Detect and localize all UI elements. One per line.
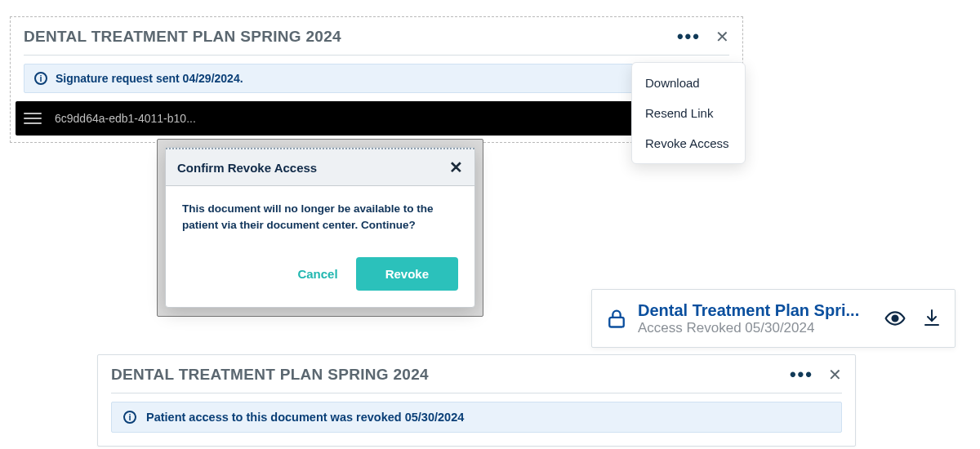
cancel-button[interactable]: Cancel xyxy=(297,267,337,281)
divider xyxy=(111,393,842,393)
close-icon[interactable]: ✕ xyxy=(715,27,729,47)
view-icon[interactable] xyxy=(884,308,906,329)
modal-title: Confirm Revoke Access xyxy=(177,161,449,175)
info-banner-signature-sent: i Signature request sent 04/29/2024. xyxy=(24,64,729,93)
header-actions: ••• ✕ xyxy=(677,27,729,47)
more-options-icon[interactable]: ••• xyxy=(790,366,813,384)
modal-footer: Cancel Revoke xyxy=(166,239,474,307)
download-icon[interactable] xyxy=(922,308,942,329)
panel-header: DENTAL TREATMENT PLAN SPRING 2024 ••• ✕ xyxy=(11,17,742,51)
svg-rect-0 xyxy=(609,318,624,327)
document-title: DENTAL TREATMENT PLAN SPRING 2024 xyxy=(24,28,677,46)
document-viewer-toolbar: 6c9dd64a-edb1-4011-b10... xyxy=(16,101,737,136)
info-icon: i xyxy=(34,72,47,85)
info-icon: i xyxy=(123,411,136,424)
modal-header: Confirm Revoke Access ✕ xyxy=(166,148,474,186)
document-title: DENTAL TREATMENT PLAN SPRING 2024 xyxy=(111,366,790,384)
info-banner-text: Signature request sent 04/29/2024. xyxy=(56,72,243,85)
document-filename: 6c9dd64a-edb1-4011-b10... xyxy=(55,112,196,125)
lock-icon xyxy=(605,307,628,330)
panel-header: DENTAL TREATMENT PLAN SPRING 2024 ••• ✕ xyxy=(98,355,855,389)
revoke-button[interactable]: Revoke xyxy=(356,257,458,291)
tile-text: Dental Treatment Plan Spri... Access Rev… xyxy=(638,301,875,336)
info-banner-access-revoked: i Patient access to this document was re… xyxy=(111,402,842,433)
svg-point-1 xyxy=(893,316,898,322)
document-panel-before-revoke: DENTAL TREATMENT PLAN SPRING 2024 ••• ✕ … xyxy=(10,16,743,143)
close-icon[interactable]: ✕ xyxy=(828,365,842,385)
document-tile-revoked[interactable]: Dental Treatment Plan Spri... Access Rev… xyxy=(591,289,956,348)
tile-title: Dental Treatment Plan Spri... xyxy=(638,301,875,320)
confirm-revoke-modal: Confirm Revoke Access ✕ This document wi… xyxy=(165,147,475,308)
info-banner-text: Patient access to this document was revo… xyxy=(146,411,464,424)
hamburger-icon[interactable] xyxy=(24,113,42,124)
document-panel-after-revoke: DENTAL TREATMENT PLAN SPRING 2024 ••• ✕ … xyxy=(97,354,856,447)
more-options-menu: Download Resend Link Revoke Access xyxy=(631,62,746,164)
menu-item-resend-link[interactable]: Resend Link xyxy=(632,98,745,128)
divider xyxy=(24,55,729,56)
close-icon[interactable]: ✕ xyxy=(449,158,463,177)
menu-item-revoke-access[interactable]: Revoke Access xyxy=(632,128,745,158)
menu-item-download[interactable]: Download xyxy=(632,68,745,98)
header-actions: ••• ✕ xyxy=(790,365,842,385)
modal-body-text: This document will no longer be availabl… xyxy=(166,186,474,239)
tile-actions xyxy=(884,308,942,329)
tile-subtitle: Access Revoked 05/30/2024 xyxy=(638,320,875,336)
more-options-icon[interactable]: ••• xyxy=(677,28,701,46)
